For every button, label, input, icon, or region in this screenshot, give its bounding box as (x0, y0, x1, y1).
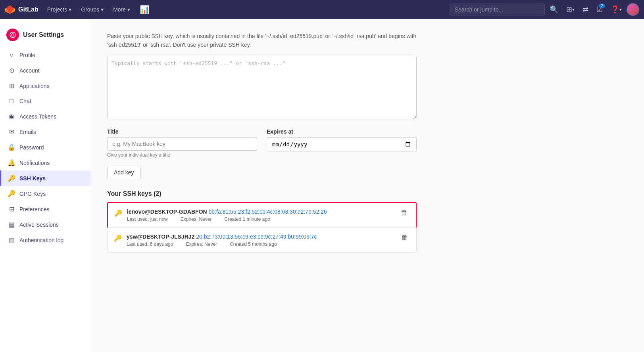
title-form-group: Title Give your individual key a title (107, 128, 257, 158)
todos-btn[interactable]: ☑ 2 (593, 3, 606, 16)
help-btn[interactable]: ❓ ▾ (607, 3, 625, 16)
expires-form-group: Expires at (267, 128, 417, 158)
add-key-button[interactable]: Add key (107, 166, 141, 179)
notifications-icon: 🔔 (8, 159, 15, 166)
sidebar-item-access-tokens[interactable]: ◉ Access Tokens (0, 109, 91, 124)
access-tokens-icon: ◉ (8, 113, 15, 120)
delete-key-2-button[interactable]: 🗑 (400, 233, 410, 242)
gpg-keys-icon: 🔑 (8, 190, 15, 197)
ssh-keys-heading: Your SSH keys (2) (107, 190, 628, 197)
sidebar-item-account[interactable]: ⊙ Account (0, 63, 91, 78)
title-hint: Give your individual key a title (107, 152, 257, 158)
svg-point-6 (12, 34, 14, 36)
key-body-2: ysw@DESKTOP-JLSJRJ2 20:b2:73:00:13:55:c9… (127, 233, 395, 247)
form-row: Title Give your individual key a title E… (107, 128, 417, 158)
sidebar-title: User Settings (0, 25, 91, 48)
active-sessions-icon: ▤ (8, 221, 15, 228)
page-layout: User Settings ○ Profile ⊙ Account ⊞ Appl… (0, 19, 644, 352)
svg-point-7 (10, 32, 15, 38)
global-search-input[interactable] (450, 4, 545, 15)
todos-badge: 2 (599, 4, 605, 8)
activity-chart-btn[interactable]: 📊 (136, 2, 154, 17)
key-meta-1: Last used: just now Expires: Never Creat… (127, 216, 394, 222)
key-icon-1: 🔑 (114, 209, 122, 217)
sidebar-item-active-sessions[interactable]: ▤ Active Sessions (0, 217, 91, 232)
user-avatar[interactable] (627, 3, 639, 16)
password-icon: 🔒 (8, 143, 15, 151)
ssh-description: Paste your public SSH key, which is usua… (107, 32, 417, 50)
expires-date-input[interactable] (267, 137, 417, 151)
sidebar-item-profile[interactable]: ○ Profile (0, 48, 91, 63)
key-meta-2: Last used: 6 days ago Expires: Never Cre… (127, 241, 395, 247)
more-menu[interactable]: More ▾ (109, 4, 134, 15)
sidebar-item-applications[interactable]: ⊞ Applications (0, 78, 91, 94)
sidebar: User Settings ○ Profile ⊙ Account ⊞ Appl… (0, 19, 91, 352)
title-label: Title (107, 128, 257, 135)
sidebar-item-chat[interactable]: □ Chat (0, 94, 91, 109)
applications-icon: ⊞ (8, 82, 15, 90)
sidebar-item-authentication-log[interactable]: ▤ Authentication log (0, 232, 91, 248)
sidebar-item-emails[interactable]: ✉ Emails (0, 124, 91, 140)
key-icon-2: 🔑 (114, 234, 122, 242)
key-body-1: lenovo@DESKTOP-GDABFON bb:fa:81:55:23:f2… (127, 209, 394, 222)
key-fingerprint-1: lenovo@DESKTOP-GDABFON bb:fa:81:55:23:f2… (127, 209, 394, 215)
search-btn[interactable]: 🔍 (546, 3, 561, 16)
groups-menu[interactable]: Groups ▾ (77, 4, 108, 15)
sidebar-item-preferences[interactable]: ⊟ Preferences (0, 201, 91, 217)
settings-icon (6, 29, 19, 41)
title-input[interactable] (107, 137, 257, 151)
gitlab-logo-icon (5, 4, 15, 15)
svg-marker-5 (6, 5, 13, 8)
account-icon: ⊙ (8, 67, 15, 74)
ssh-key-card-1: 🔑 lenovo@DESKTOP-GDABFON bb:fa:81:55:23:… (107, 202, 417, 228)
brand-name: GitLab (18, 6, 38, 13)
merge-requests-btn[interactable]: ⇄ (579, 3, 592, 16)
emails-icon: ✉ (8, 128, 15, 136)
expires-label: Expires at (267, 128, 417, 135)
sidebar-item-notifications[interactable]: 🔔 Notifications (0, 155, 91, 170)
topnav-logo[interactable]: GitLab (5, 4, 38, 15)
key-fingerprint-2: ysw@DESKTOP-JLSJRJ2 20:b2:73:00:13:55:c9… (127, 233, 395, 240)
create-btn[interactable]: ⊞ ▾ (563, 3, 578, 16)
ssh-keys-icon: 🔑 (8, 174, 15, 182)
sidebar-item-ssh-keys[interactable]: 🔑 SSH Keys (0, 170, 91, 186)
ssh-key-textarea[interactable] (107, 56, 417, 119)
projects-menu[interactable]: Projects ▾ (43, 4, 76, 15)
sidebar-item-gpg-keys[interactable]: 🔑 GPG Keys (0, 186, 91, 201)
sidebar-item-password[interactable]: 🔒 Password (0, 140, 91, 155)
main-content: Paste your public SSH key, which is usua… (91, 19, 644, 352)
delete-key-1-button[interactable]: 🗑 (399, 209, 409, 217)
auth-log-icon: ▤ (8, 236, 15, 244)
profile-icon: ○ (8, 52, 15, 59)
chat-icon: □ (8, 98, 15, 105)
preferences-icon: ⊟ (8, 205, 15, 213)
ssh-key-card-2: 🔑 ysw@DESKTOP-JLSJRJ2 20:b2:73:00:13:55:… (107, 228, 417, 253)
topnav: GitLab Projects ▾ Groups ▾ More ▾ 📊 🔍 ⊞ … (0, 0, 644, 19)
